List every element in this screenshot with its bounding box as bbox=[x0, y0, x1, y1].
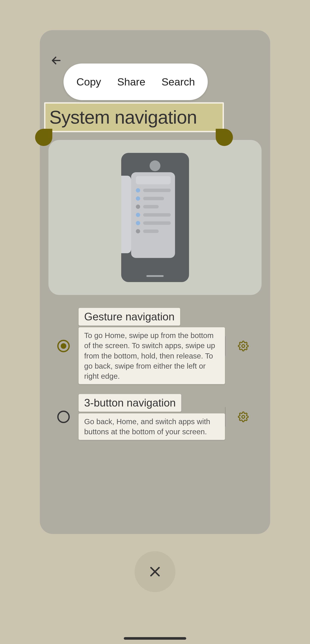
option-description: To go Home, swipe up from the bottom of … bbox=[78, 327, 225, 384]
option-title: Gesture navigation bbox=[78, 308, 180, 326]
selected-text-region[interactable]: System navigation bbox=[44, 102, 224, 132]
settings-screen-card: Copy Share Search System navigation bbox=[40, 30, 270, 534]
option-description: Go back, Home, and switch apps with butt… bbox=[78, 414, 225, 440]
navigation-preview-panel bbox=[48, 140, 262, 295]
radio-3-button-navigation[interactable] bbox=[57, 410, 70, 423]
option-3-button-navigation[interactable]: 3-button navigation Go back, Home, and s… bbox=[48, 394, 262, 440]
share-button[interactable]: Share bbox=[117, 76, 145, 88]
search-button[interactable]: Search bbox=[162, 76, 195, 88]
text-selection-toolbar: Copy Share Search bbox=[64, 64, 208, 100]
svg-point-2 bbox=[242, 416, 244, 418]
selection-handle-left-icon[interactable] bbox=[35, 129, 52, 146]
close-button[interactable] bbox=[134, 551, 176, 592]
svg-point-1 bbox=[242, 344, 244, 347]
close-icon bbox=[148, 565, 162, 578]
radio-gesture-navigation[interactable] bbox=[57, 340, 70, 352]
page-title: System navigation bbox=[49, 106, 219, 128]
gear-icon[interactable] bbox=[238, 412, 249, 422]
gear-icon[interactable] bbox=[238, 340, 249, 352]
copy-button[interactable]: Copy bbox=[76, 76, 101, 88]
system-nav-bar[interactable] bbox=[124, 637, 186, 640]
divider bbox=[225, 336, 226, 356]
selection-handle-right-icon[interactable] bbox=[216, 129, 233, 146]
back-arrow-icon[interactable] bbox=[50, 55, 62, 66]
option-title: 3-button navigation bbox=[78, 394, 181, 412]
option-gesture-navigation[interactable]: Gesture navigation To go Home, swipe up … bbox=[48, 308, 262, 384]
phone-illustration-icon bbox=[121, 153, 189, 282]
divider bbox=[225, 407, 226, 426]
